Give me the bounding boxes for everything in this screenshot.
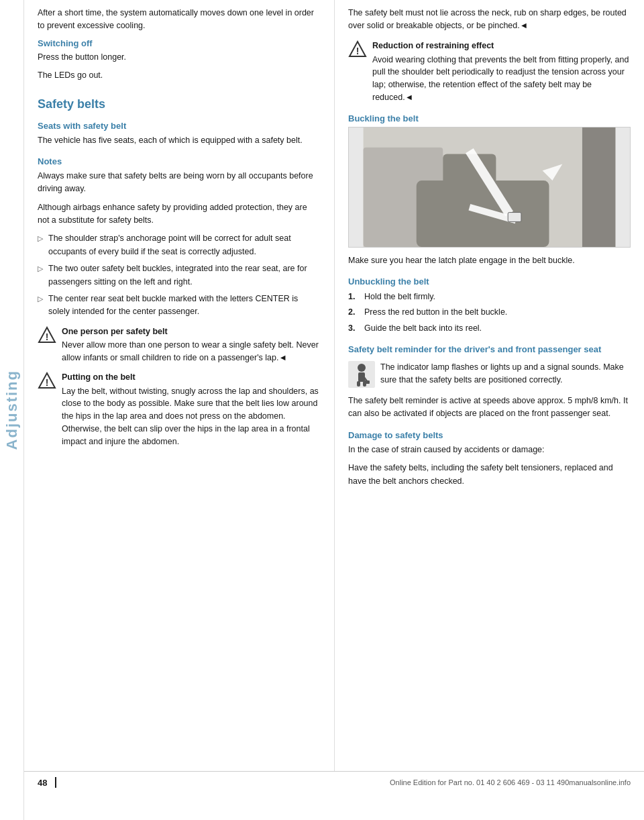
- reminder-content: The indicator lamp flashes or lights up …: [380, 361, 631, 387]
- warning-triangle-icon: !: [38, 325, 56, 344]
- warning-box-1: ! One person per safety belt Never allow…: [38, 325, 321, 364]
- svg-text:!: !: [356, 46, 360, 56]
- svg-text:!: !: [46, 377, 49, 388]
- safety-belts-heading: Safety belts: [38, 97, 321, 111]
- sidebar-label: Adjusting: [3, 370, 21, 450]
- unbuckling-heading: Unbuckling the belt: [348, 276, 631, 287]
- unbuckling-step-2: Press the red button in the belt buckle.: [364, 306, 507, 319]
- warning-triangle-icon-3: !: [348, 40, 367, 58]
- warning-triangle-icon-2: !: [38, 371, 56, 390]
- list-item: 2. Press the red button in the belt buck…: [348, 306, 631, 319]
- page-line-divider: [55, 777, 56, 788]
- warning-box-reduction: ! Reduction of restraining effect Avoid …: [348, 40, 631, 104]
- page-number-area: 48: [38, 777, 56, 788]
- warning-2-content: Putting on the belt Lay the belt, withou…: [62, 371, 321, 448]
- list-num: 3.: [348, 322, 362, 335]
- warning-1-text: Never allow more than one person to wear…: [62, 340, 319, 362]
- footer: 48 Online Edition for Part no. 01 40 2 6…: [24, 771, 644, 793]
- seats-heading: Seats with safety belt: [38, 121, 321, 131]
- svg-rect-12: [508, 212, 521, 221]
- bullet-arrow-icon: ▷: [38, 233, 43, 244]
- bullet-arrow-icon: ▷: [38, 263, 43, 274]
- warning-box-reminder: The indicator lamp flashes or lights up …: [348, 361, 631, 388]
- columns: After a short time, the system automatic…: [24, 0, 644, 771]
- warning-reduction-text: Avoid wearing clothing that prevents the…: [372, 55, 629, 102]
- page-container: Adjusting After a short time, the system…: [0, 0, 644, 820]
- footer-url: Online Edition for Part no. 01 40 2 606 …: [390, 778, 631, 786]
- warning-2-text: Lay the belt, without twisting, snugly a…: [62, 387, 319, 446]
- switching-off-step2: The LEDs go out.: [38, 69, 321, 82]
- page-number: 48: [38, 778, 47, 788]
- warning-1-title: One person per safety belt: [62, 325, 321, 338]
- svg-rect-14: [582, 127, 615, 247]
- buckling-text: Make sure you hear the latch plate engag…: [348, 254, 631, 267]
- bullet-arrow-icon: ▷: [38, 293, 43, 305]
- svg-text:!: !: [46, 331, 49, 342]
- list-num: 2.: [348, 306, 362, 319]
- list-item: ▷ The two outer safety belt buckles, int…: [38, 262, 321, 289]
- right-intro-text: The safety belt must not lie across the …: [348, 7, 631, 33]
- svg-rect-21: [363, 381, 366, 387]
- list-num: 1.: [348, 291, 362, 303]
- list-item: 3. Guide the belt back into its reel.: [348, 322, 631, 335]
- intro-text: After a short time, the system automatic…: [38, 7, 321, 33]
- warning-2-title: Putting on the belt: [62, 371, 321, 384]
- left-column: After a short time, the system automatic…: [24, 0, 334, 771]
- unbuckling-steps: 1. Hold the belt firmly. 2. Press the re…: [348, 291, 631, 335]
- footer-url-text: Online Edition for Part no. 01 40 2 606 …: [390, 778, 569, 786]
- notes-heading: Notes: [38, 156, 321, 166]
- reminder-text: The indicator lamp flashes or lights up …: [380, 362, 624, 385]
- warning-reduction-content: Reduction of restraining effect Avoid we…: [372, 40, 631, 104]
- damage-para1: In the case of strain caused by accident…: [348, 444, 631, 456]
- unbuckling-step-3: Guide the belt back into its reel.: [364, 322, 482, 335]
- svg-rect-20: [357, 381, 360, 387]
- buckling-heading: Buckling the belt: [348, 113, 631, 123]
- main-content: After a short time, the system automatic…: [24, 0, 644, 820]
- warning-reduction-title: Reduction of restraining effect: [372, 40, 631, 52]
- bullet-text-3: The center rear seat belt buckle marked …: [48, 293, 321, 319]
- switching-off-label: Switching off: [38, 38, 321, 48]
- bullet-text-2: The two outer safety belt buckles, integ…: [48, 262, 321, 289]
- notes-para1: Always make sure that safety belts are b…: [38, 170, 321, 196]
- list-item: ▷ The center rear seat belt buckle marke…: [38, 293, 321, 319]
- damage-heading: Damage to safety belts: [348, 430, 631, 440]
- bullet-text-1: The shoulder strap's anchorage point wil…: [48, 232, 321, 258]
- damage-para2: Have the safety belts, including the saf…: [348, 462, 631, 488]
- warning-box-2: ! Putting on the belt Lay the belt, with…: [38, 371, 321, 448]
- footer-site: manualsonline.info: [569, 778, 631, 786]
- belt-illustration: [348, 127, 631, 248]
- notes-para2: Although airbags enhance safety by provi…: [38, 201, 321, 227]
- unbuckling-step-1: Hold the belt firmly.: [364, 291, 435, 303]
- seats-text: The vehicle has five seats, each of whic…: [38, 134, 321, 147]
- svg-point-16: [358, 364, 366, 372]
- reminder-heading: Safety belt reminder for the driver's an…: [348, 344, 631, 354]
- sidebar: Adjusting: [0, 0, 24, 820]
- warning-1-content: One person per safety belt Never allow m…: [62, 325, 321, 364]
- list-item: 1. Hold the belt firmly.: [348, 291, 631, 303]
- bullet-list: ▷ The shoulder strap's anchorage point w…: [38, 232, 321, 318]
- right-column: The safety belt must not lie across the …: [334, 0, 644, 771]
- reminder-para: The safety belt reminder is active at sp…: [348, 395, 631, 421]
- seatbelt-person-icon: [348, 361, 375, 388]
- switching-off-step1: Press the button longer.: [38, 51, 321, 64]
- list-item: ▷ The shoulder strap's anchorage point w…: [38, 232, 321, 258]
